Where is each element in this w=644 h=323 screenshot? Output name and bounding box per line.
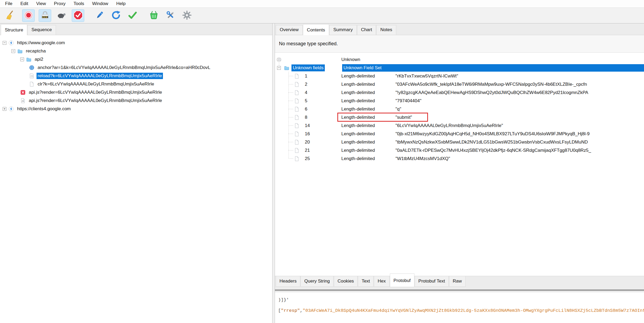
tab-overview[interactable]: Overview — [276, 25, 303, 35]
tree-item-label: api.js?render=6LcVYwIqAAAAAL0eGyLRnmbBmq… — [28, 97, 163, 104]
protobuf-field-row[interactable]: 16Length-delimited"0jb-xl21M6wzyyKdGZ00j… — [275, 130, 644, 138]
tree-item[interactable]: −https://www.google.com — [0, 39, 272, 47]
tab-protobuf-text[interactable]: Protobuf Text — [415, 276, 449, 287]
tab-notes[interactable]: Notes — [376, 25, 396, 35]
protobuf-field-number: 16 — [305, 131, 310, 137]
protobuf-field-table[interactable]: 01010110Unknown−Unknown fieldsUnknown Fi… — [275, 53, 644, 276]
protobuf-field-type: Length-delimited — [341, 156, 395, 161]
protobuf-field-row[interactable]: 5Length-delimited"797404404" — [275, 97, 644, 105]
record-button[interactable] — [22, 9, 35, 22]
page-icon — [294, 82, 299, 87]
tree-connector — [289, 109, 293, 109]
tab-cookies[interactable]: Cookies — [334, 276, 358, 287]
tree-item[interactable]: api.js?render=6LcVYwIqAAAAAL0eGyLRnmbBmq… — [0, 88, 272, 96]
response-splitter[interactable] — [275, 290, 644, 292]
toolbar — [0, 8, 644, 23]
tree-item[interactable]: JSapi.js?render=6LcVYwIqAAAAAL0eGyLRnmbB… — [0, 96, 272, 105]
expander-plus-icon[interactable]: + — [3, 107, 6, 111]
protobuf-field-row[interactable]: 2Length-delimited"03AFcWeA5o9cWfk_tekIpf… — [275, 80, 644, 88]
tab-headers[interactable]: Headers — [276, 276, 300, 287]
raw-bracket: [ — [278, 308, 281, 313]
folder-icon — [17, 48, 23, 54]
tree-connector — [289, 76, 293, 76]
tab-raw[interactable]: Raw — [449, 276, 466, 287]
protobuf-field-number: 2 — [305, 82, 307, 87]
tab-sequence[interactable]: Sequence — [27, 25, 56, 35]
tree-item[interactable]: −recaptcha — [0, 47, 272, 55]
tree-item[interactable]: clr?k=6LcVYwIqAAAAAL0eGyLRnmbBmqUmjix5uA… — [0, 80, 272, 88]
basket-icon — [149, 10, 159, 21]
tree-guide-line — [289, 72, 289, 158]
menu-help[interactable]: Help — [112, 0, 130, 7]
protobuf-field-row[interactable]: 8Length-delimited"submit" — [275, 113, 644, 121]
ssl-proxying-button[interactable] — [39, 9, 51, 22]
svg-text:0110: 0110 — [277, 60, 281, 61]
validate-button[interactable] — [126, 9, 139, 22]
binary-icon: 01010110 — [276, 57, 282, 62]
menu-proxy[interactable]: Proxy — [50, 0, 69, 7]
tab-text[interactable]: Text — [358, 276, 374, 287]
repeat-button[interactable] — [110, 9, 122, 22]
protobuf-field-value: "03AFcWeA5o9cWfk_tekIpfA18eTW6i9RMaMpw9u… — [395, 82, 644, 87]
detail-tab-bar: OverviewContentsSummaryChartNotes — [275, 23, 644, 35]
tree-item[interactable]: anchor?ar=1&k=6LcVYwIqAAAAAL0eGyLRnmbBmq… — [0, 63, 272, 72]
menu-edit[interactable]: Edit — [16, 0, 32, 7]
protobuf-field-type: Length-delimited — [341, 123, 395, 128]
tree-item[interactable]: {}reload?k=6LcVYwIqAAAAAL0eGyLRnmbBmqUmj… — [0, 72, 272, 80]
protobuf-field-row[interactable]: 14Length-delimited"6LcVYwIqAAAAAL0eGyLRn… — [275, 121, 644, 130]
protobuf-field-row[interactable]: 25Length-delimited"W1tbMzU4MzcsMV1dXQ" — [275, 154, 644, 163]
menu-tools[interactable]: Tools — [70, 0, 88, 7]
tree-item[interactable]: +https://clients4.google.com — [0, 105, 272, 113]
protobuf-field-value: "0jb-xl21M6wzyyKdGZ00jAqHCqH5d_NH0o4SMLB… — [395, 131, 644, 137]
compose-button[interactable] — [93, 9, 106, 22]
breakpoints-button[interactable] — [72, 9, 84, 22]
protobuf-field-number: 14 — [305, 123, 310, 128]
external-tools-button[interactable] — [147, 9, 160, 22]
protobuf-field-value: "q" — [395, 107, 644, 112]
protobuf-raw-text[interactable]: )]}' ["rresp","03AFcWeA7i_Dk8SpQ4uN4KXaF… — [275, 292, 644, 323]
protobuf-field-type: Length-delimited — [341, 115, 395, 120]
protobuf-field-number: 1 — [305, 73, 307, 79]
tab-protobuf[interactable]: Protobuf — [390, 273, 414, 287]
wrench-icon — [165, 10, 175, 21]
tab-query-string[interactable]: Query String — [301, 276, 333, 287]
tools-button[interactable] — [164, 9, 177, 22]
protobuf-group-row[interactable]: −Unknown fieldsUnknown Field Set — [275, 64, 644, 72]
protobuf-field-value: "submit" — [395, 115, 644, 120]
tab-summary[interactable]: Summary — [329, 25, 357, 35]
tree-item-label: recaptcha — [25, 48, 47, 54]
tab-structure[interactable]: Structure — [1, 24, 27, 35]
protobuf-group-value: Unknown Field Set — [342, 64, 644, 72]
settings-button[interactable] — [181, 9, 193, 22]
menu-view[interactable]: View — [32, 0, 50, 7]
panel-splitter[interactable] — [273, 23, 275, 323]
tab-contents[interactable]: Contents — [303, 24, 329, 35]
protobuf-root-row[interactable]: 01010110Unknown — [275, 55, 644, 64]
folder-icon — [284, 65, 289, 71]
expander-minus-icon[interactable]: − — [20, 58, 24, 61]
protobuf-field-type: Length-delimited — [341, 82, 395, 87]
structure-tree[interactable]: −https://www.google.com−recaptcha−api2an… — [0, 35, 272, 323]
protobuf-field-row[interactable]: 6Length-delimited"q" — [275, 105, 644, 113]
protobuf-field-row[interactable]: 21Length-delimited"0aALD7ETk-rDPESwQc7Mv… — [275, 146, 644, 154]
lightning-icon — [9, 106, 14, 112]
menu-window[interactable]: Window — [88, 0, 112, 7]
tree-item[interactable]: −api2 — [0, 55, 272, 63]
page-icon — [294, 123, 299, 128]
protobuf-field-row[interactable]: 20Length-delimited"tbMywxNzQsNzkwXSxbMSw… — [275, 138, 644, 146]
raw-line-1: )]}' — [278, 295, 644, 305]
gear-icon — [182, 10, 192, 21]
protobuf-field-row[interactable]: 4Length-delimited"!y82gzcgKAAQeAeEabQEHe… — [275, 88, 644, 97]
tab-chart[interactable]: Chart — [357, 25, 376, 35]
clear-session-button[interactable] — [3, 9, 16, 22]
expander-minus-icon[interactable]: − — [3, 41, 6, 45]
protobuf-group-tree-cell: −Unknown fields — [275, 64, 341, 72]
page-icon — [294, 90, 299, 95]
menu-file[interactable]: File — [1, 0, 16, 7]
tab-hex[interactable]: Hex — [374, 276, 389, 287]
protobuf-field-tree-cell: 25 — [275, 154, 341, 163]
expander-minus-icon[interactable]: − — [11, 49, 15, 53]
record-icon — [23, 10, 34, 21]
protobuf-field-row[interactable]: 1Length-delimited"rKbTvxTxwcw5VqzrtN-ICw… — [275, 72, 644, 80]
throttle-button[interactable] — [55, 9, 68, 22]
